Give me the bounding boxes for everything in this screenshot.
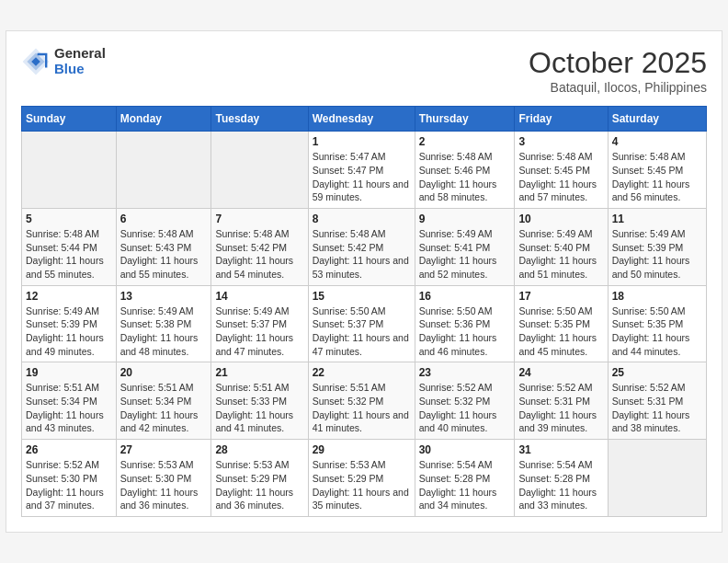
day-info: Sunrise: 5:50 AMSunset: 5:35 PMDaylight:… — [612, 304, 702, 359]
day-info: Sunrise: 5:49 AMSunset: 5:39 PMDaylight:… — [26, 304, 112, 359]
day-number: 25 — [612, 366, 702, 379]
day-number: 8 — [313, 213, 411, 225]
calendar-cell: 4Sunrise: 5:48 AMSunset: 5:45 PMDaylight… — [608, 132, 706, 209]
day-number: 12 — [26, 290, 112, 303]
location-subtitle: Bataquil, Ilocos, Philippines — [529, 80, 707, 95]
calendar-cell: 21Sunrise: 5:51 AMSunset: 5:33 PMDayligh… — [211, 362, 308, 440]
calendar-cell: 31Sunrise: 5:54 AMSunset: 5:28 PMDayligh… — [515, 440, 608, 517]
calendar-week-row: 26Sunrise: 5:52 AMSunset: 5:30 PMDayligh… — [22, 440, 707, 517]
day-info: Sunrise: 5:53 AMSunset: 5:29 PMDaylight:… — [215, 458, 303, 512]
day-number: 13 — [120, 290, 208, 303]
day-info: Sunrise: 5:51 AMSunset: 5:34 PMDaylight:… — [120, 381, 208, 435]
calendar-cell: 24Sunrise: 5:52 AMSunset: 5:31 PMDayligh… — [515, 362, 608, 440]
calendar-cell: 2Sunrise: 5:48 AMSunset: 5:46 PMDaylight… — [415, 132, 515, 209]
day-info: Sunrise: 5:49 AMSunset: 5:41 PMDaylight:… — [419, 227, 511, 282]
day-info: Sunrise: 5:53 AMSunset: 5:30 PMDaylight:… — [120, 458, 208, 512]
day-info: Sunrise: 5:48 AMSunset: 5:44 PMDaylight:… — [26, 227, 112, 282]
day-info: Sunrise: 5:54 AMSunset: 5:28 PMDaylight:… — [518, 458, 603, 512]
calendar-header: General Blue October 2025 Bataquil, Iloc… — [21, 46, 707, 95]
calendar-cell: 1Sunrise: 5:47 AMSunset: 5:47 PMDaylight… — [308, 132, 415, 209]
calendar-cell: 26Sunrise: 5:52 AMSunset: 5:30 PMDayligh… — [22, 440, 117, 517]
calendar-cell: 16Sunrise: 5:50 AMSunset: 5:36 PMDayligh… — [415, 285, 515, 362]
day-number: 15 — [313, 290, 411, 303]
day-of-week-header: Thursday — [415, 107, 515, 132]
calendar-cell: 9Sunrise: 5:49 AMSunset: 5:41 PMDaylight… — [415, 208, 515, 285]
calendar-cell — [22, 132, 117, 209]
calendar-cell: 30Sunrise: 5:54 AMSunset: 5:28 PMDayligh… — [415, 440, 515, 517]
day-info: Sunrise: 5:48 AMSunset: 5:42 PMDaylight:… — [313, 227, 411, 282]
day-info: Sunrise: 5:52 AMSunset: 5:31 PMDaylight:… — [518, 381, 603, 435]
day-number: 30 — [419, 443, 511, 456]
calendar-cell: 17Sunrise: 5:50 AMSunset: 5:35 PMDayligh… — [515, 285, 608, 362]
day-info: Sunrise: 5:51 AMSunset: 5:34 PMDaylight:… — [26, 381, 112, 435]
day-info: Sunrise: 5:52 AMSunset: 5:30 PMDaylight:… — [26, 458, 112, 512]
day-of-week-header: Friday — [515, 107, 608, 132]
day-number: 17 — [518, 290, 603, 303]
day-number: 4 — [612, 135, 702, 148]
calendar-cell: 11Sunrise: 5:49 AMSunset: 5:39 PMDayligh… — [608, 208, 706, 285]
day-number: 3 — [518, 135, 603, 148]
day-number: 19 — [26, 366, 112, 379]
day-info: Sunrise: 5:49 AMSunset: 5:39 PMDaylight:… — [612, 227, 702, 282]
day-of-week-header: Tuesday — [211, 107, 308, 132]
day-info: Sunrise: 5:49 AMSunset: 5:38 PMDaylight:… — [120, 304, 208, 359]
day-info: Sunrise: 5:50 AMSunset: 5:36 PMDaylight:… — [419, 304, 511, 359]
day-info: Sunrise: 5:48 AMSunset: 5:43 PMDaylight:… — [120, 227, 208, 282]
calendar-cell: 12Sunrise: 5:49 AMSunset: 5:39 PMDayligh… — [22, 285, 117, 362]
month-title: October 2025 — [529, 46, 707, 80]
day-info: Sunrise: 5:48 AMSunset: 5:45 PMDaylight:… — [518, 150, 603, 204]
day-number: 2 — [419, 135, 511, 148]
calendar-week-row: 1Sunrise: 5:47 AMSunset: 5:47 PMDaylight… — [22, 132, 707, 209]
day-info: Sunrise: 5:49 AMSunset: 5:40 PMDaylight:… — [518, 227, 603, 282]
calendar-cell: 25Sunrise: 5:52 AMSunset: 5:31 PMDayligh… — [608, 362, 706, 440]
day-number: 18 — [612, 290, 702, 303]
day-info: Sunrise: 5:52 AMSunset: 5:31 PMDaylight:… — [612, 381, 702, 435]
day-number: 7 — [215, 213, 303, 225]
logo: General Blue — [21, 46, 106, 76]
calendar-week-row: 12Sunrise: 5:49 AMSunset: 5:39 PMDayligh… — [22, 285, 707, 362]
calendar-cell: 3Sunrise: 5:48 AMSunset: 5:45 PMDaylight… — [515, 132, 608, 209]
day-info: Sunrise: 5:48 AMSunset: 5:45 PMDaylight:… — [612, 150, 702, 204]
calendar-cell: 14Sunrise: 5:49 AMSunset: 5:37 PMDayligh… — [211, 285, 308, 362]
day-info: Sunrise: 5:48 AMSunset: 5:42 PMDaylight:… — [215, 227, 303, 282]
calendar-cell — [116, 132, 211, 209]
logo-text: General Blue — [54, 46, 106, 76]
calendar-cell: 29Sunrise: 5:53 AMSunset: 5:29 PMDayligh… — [308, 440, 415, 517]
calendar-cell: 7Sunrise: 5:48 AMSunset: 5:42 PMDaylight… — [211, 208, 308, 285]
day-info: Sunrise: 5:49 AMSunset: 5:37 PMDaylight:… — [215, 304, 303, 359]
day-number: 28 — [215, 443, 303, 456]
calendar-cell: 27Sunrise: 5:53 AMSunset: 5:30 PMDayligh… — [116, 440, 211, 517]
calendar-cell: 23Sunrise: 5:52 AMSunset: 5:32 PMDayligh… — [415, 362, 515, 440]
day-number: 9 — [419, 213, 511, 225]
calendar-cell: 5Sunrise: 5:48 AMSunset: 5:44 PMDaylight… — [22, 208, 117, 285]
day-info: Sunrise: 5:50 AMSunset: 5:35 PMDaylight:… — [518, 304, 603, 359]
day-number: 21 — [215, 366, 303, 379]
calendar-cell — [608, 440, 706, 517]
calendar-cell: 10Sunrise: 5:49 AMSunset: 5:40 PMDayligh… — [515, 208, 608, 285]
day-number: 24 — [518, 366, 603, 379]
calendar-cell: 15Sunrise: 5:50 AMSunset: 5:37 PMDayligh… — [308, 285, 415, 362]
calendar-cell — [211, 132, 308, 209]
logo-icon — [21, 47, 51, 76]
day-number: 31 — [518, 443, 603, 456]
day-info: Sunrise: 5:54 AMSunset: 5:28 PMDaylight:… — [419, 458, 511, 512]
day-number: 10 — [518, 213, 603, 225]
calendar-container: General Blue October 2025 Bataquil, Iloc… — [6, 30, 722, 533]
calendar-cell: 13Sunrise: 5:49 AMSunset: 5:38 PMDayligh… — [116, 285, 211, 362]
calendar-cell: 6Sunrise: 5:48 AMSunset: 5:43 PMDaylight… — [116, 208, 211, 285]
day-number: 1 — [313, 135, 411, 148]
day-of-week-header: Monday — [116, 107, 211, 132]
day-info: Sunrise: 5:48 AMSunset: 5:46 PMDaylight:… — [419, 150, 511, 204]
day-of-week-header: Sunday — [22, 107, 117, 132]
day-number: 29 — [313, 443, 411, 456]
day-number: 23 — [419, 366, 511, 379]
calendar-cell: 28Sunrise: 5:53 AMSunset: 5:29 PMDayligh… — [211, 440, 308, 517]
day-number: 16 — [419, 290, 511, 303]
day-number: 26 — [26, 443, 112, 456]
calendar-cell: 18Sunrise: 5:50 AMSunset: 5:35 PMDayligh… — [608, 285, 706, 362]
day-number: 14 — [215, 290, 303, 303]
day-number: 6 — [120, 213, 208, 225]
title-area: October 2025 Bataquil, Ilocos, Philippin… — [529, 46, 707, 95]
day-info: Sunrise: 5:50 AMSunset: 5:37 PMDaylight:… — [313, 304, 411, 359]
calendar-week-row: 19Sunrise: 5:51 AMSunset: 5:34 PMDayligh… — [22, 362, 707, 440]
